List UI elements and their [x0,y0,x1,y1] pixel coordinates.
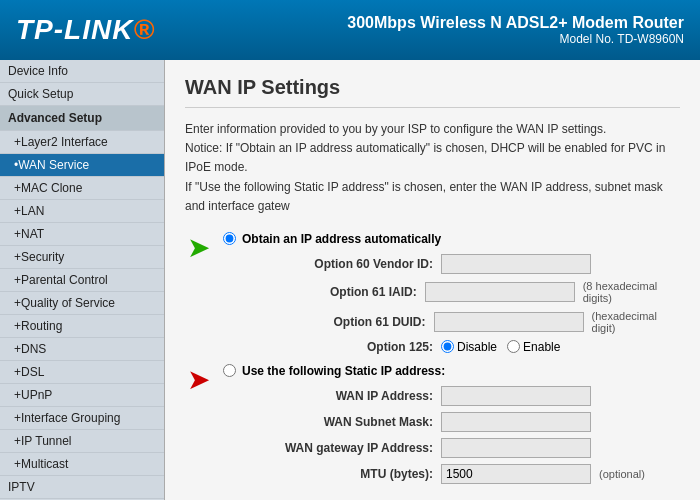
option60-row: Option 60 Vendor ID: [223,254,680,274]
sidebar-item-quick-setup[interactable]: Quick Setup [0,83,164,106]
mtu-input[interactable] [441,464,591,484]
desc-line3: If "Use the following Static IP address"… [185,178,680,216]
radio-enable[interactable] [507,340,520,353]
option61-duid-label: Option 61 DUID: [253,315,426,329]
sidebar-item-interface-grouping[interactable]: +Interface Grouping [0,407,164,430]
disable-label: Disable [457,340,497,354]
wan-gateway-row: WAN gateway IP Address: [223,438,680,458]
option125-radio-group: Disable Enable [441,340,560,354]
wan-gateway-label: WAN gateway IP Address: [253,441,433,455]
logo-dot: ® [133,14,155,45]
wan-gateway-input[interactable] [441,438,591,458]
wan-subnet-label: WAN Subnet Mask: [253,415,433,429]
sidebar-item-mac-clone[interactable]: +MAC Clone [0,177,164,200]
sidebar-item-parental-control[interactable]: +Parental Control [0,269,164,292]
option61-iaid-input[interactable] [425,282,575,302]
mtu-hint: (optional) [599,468,645,480]
option61-row: Option 61 IAID: (8 hexadecimal digits) [223,280,680,304]
option125-label: Option 125: [253,340,433,354]
enable-label: Enable [523,340,560,354]
option61-duid-row: Option 61 DUID: (hexadecimal digit) [223,310,680,334]
wan-ip-label: WAN IP Address: [253,389,433,403]
desc-line2: Notice: If "Obtain an IP address automat… [185,139,680,177]
mtu-row: MTU (bytes): (optional) [223,464,680,484]
page-title: WAN IP Settings [185,76,680,108]
option61-hint: (8 hexadecimal digits) [583,280,680,304]
radio-static[interactable] [223,364,236,377]
sidebar: Device Info Quick Setup Advanced Setup +… [0,60,165,500]
radio-static-label: Use the following Static IP address: [242,364,445,378]
sidebar-item-layer2[interactable]: +Layer2 Interface [0,131,164,154]
sidebar-item-device-info[interactable]: Device Info [0,60,164,83]
wan-subnet-row: WAN Subnet Mask: [223,412,680,432]
sidebar-item-dns[interactable]: +DNS [0,338,164,361]
sidebar-item-advanced-setup[interactable]: Advanced Setup [0,106,164,131]
radio-disable[interactable] [441,340,454,353]
sidebar-item-routing[interactable]: +Routing [0,315,164,338]
header: TP-LINK® 300Mbps Wireless N ADSL2+ Modem… [0,0,700,60]
option61-duid-hint: (hexadecimal digit) [592,310,680,334]
wan-ip-row: WAN IP Address: [223,386,680,406]
wan-subnet-input[interactable] [441,412,591,432]
disable-option[interactable]: Disable [441,340,497,354]
option125-row: Option 125: Disable Enable [223,340,680,354]
arrow-red-icon: ➤ [187,366,210,394]
content-area: WAN IP Settings Enter information provid… [165,60,700,500]
sidebar-item-qos[interactable]: +Quality of Service [0,292,164,315]
logo: TP-LINK® [16,14,155,46]
sidebar-item-iptv[interactable]: IPTV [0,476,164,499]
header-model: Model No. TD-W8960N [347,32,684,46]
header-title: 300Mbps Wireless N ADSL2+ Modem Router [347,14,684,32]
option60-label: Option 60 Vendor ID: [253,257,433,271]
sidebar-item-upnp[interactable]: +UPnP [0,384,164,407]
option61-label: Option 61 IAID: [253,285,417,299]
desc-line1: Enter information provided to you by you… [185,120,680,139]
enable-option[interactable]: Enable [507,340,560,354]
arrow-green-icon: ➤ [187,234,210,262]
radio-auto-label: Obtain an IP address automatically [242,232,441,246]
radio-static-option: Use the following Static IP address: [223,364,680,378]
option61-duid-input[interactable] [434,312,584,332]
mtu-label: MTU (bytes): [253,467,433,481]
sidebar-item-nat[interactable]: +NAT [0,223,164,246]
sidebar-item-dsl[interactable]: +DSL [0,361,164,384]
header-info: 300Mbps Wireless N ADSL2+ Modem Router M… [347,14,684,46]
description: Enter information provided to you by you… [185,120,680,216]
radio-auto-option: Obtain an IP address automatically [223,232,680,246]
main-layout: Device Info Quick Setup Advanced Setup +… [0,60,700,500]
sidebar-item-wan-service[interactable]: •WAN Service [0,154,164,177]
sidebar-item-security[interactable]: +Security [0,246,164,269]
sidebar-item-ip-tunnel[interactable]: +IP Tunnel [0,430,164,453]
wan-ip-input[interactable] [441,386,591,406]
sidebar-item-multicast[interactable]: +Multicast [0,453,164,476]
option60-input[interactable] [441,254,591,274]
sidebar-item-lan[interactable]: +LAN [0,200,164,223]
radio-auto[interactable] [223,232,236,245]
